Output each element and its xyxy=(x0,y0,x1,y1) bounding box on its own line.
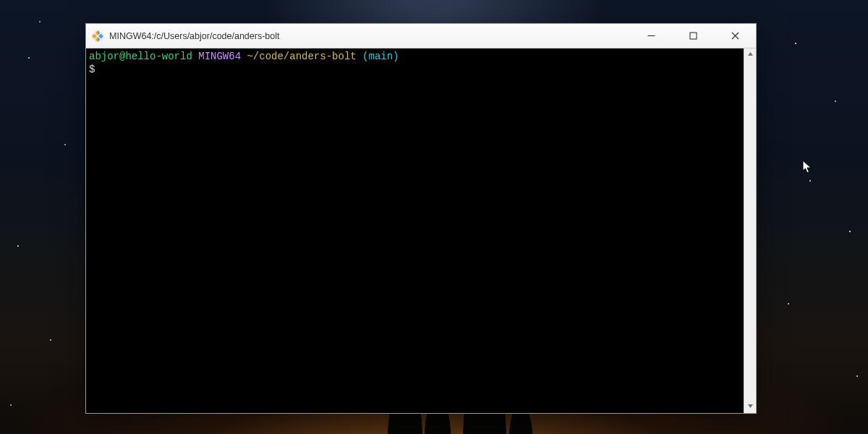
prompt-symbol: $ xyxy=(89,64,95,75)
prompt-branch: main xyxy=(369,51,393,62)
vertical-scrollbar[interactable] xyxy=(744,48,756,413)
prompt-user-host: abjor@hello-world xyxy=(89,51,192,62)
window-title: MINGW64:/c/Users/abjor/code/anders-bolt xyxy=(109,31,630,41)
maximize-icon xyxy=(689,30,697,43)
window-controls xyxy=(630,24,756,48)
scroll-up-icon xyxy=(747,51,754,59)
close-button[interactable] xyxy=(714,24,756,48)
prompt-env: MINGW64 xyxy=(198,51,241,62)
terminal-viewport[interactable]: abjor@hello-world MINGW64 ~/code/anders-… xyxy=(86,48,744,413)
terminal-window: MINGW64:/c/Users/abjor/code/anders-bolt … xyxy=(85,23,757,414)
titlebar[interactable]: MINGW64:/c/Users/abjor/code/anders-bolt xyxy=(86,24,756,48)
minimize-icon xyxy=(647,30,655,43)
scroll-down-button[interactable] xyxy=(744,401,756,413)
prompt-branch-close: ) xyxy=(393,51,399,62)
prompt-branch-open: ( xyxy=(362,51,368,62)
svg-rect-4 xyxy=(690,33,697,39)
prompt-path: ~/code/anders-bolt xyxy=(247,51,356,62)
maximize-button[interactable] xyxy=(672,24,714,48)
scroll-up-button[interactable] xyxy=(744,48,756,61)
close-icon xyxy=(731,30,739,43)
minimize-button[interactable] xyxy=(630,24,672,48)
git-bash-icon xyxy=(92,30,103,42)
scroll-down-icon xyxy=(747,403,754,411)
window-client-area: abjor@hello-world MINGW64 ~/code/anders-… xyxy=(86,48,756,413)
